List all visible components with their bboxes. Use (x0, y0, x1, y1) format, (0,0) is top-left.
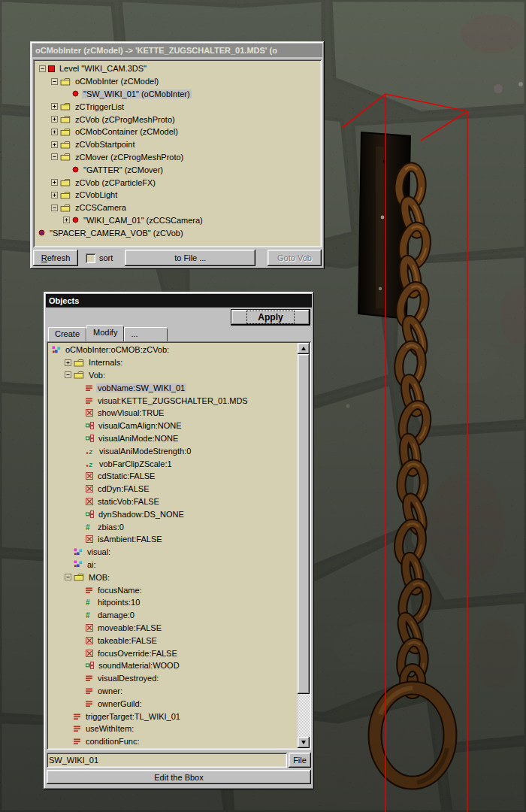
property-row[interactable]: cdDyn:FALSE (50, 483, 297, 495)
enum-icon (86, 435, 94, 442)
svg-text:#: # (86, 611, 90, 619)
scrollbar-thumb[interactable] (298, 354, 310, 694)
property-row[interactable]: vobName:SW_WIKI_01 (50, 381, 297, 394)
property-row[interactable]: ownerGuild: (50, 697, 297, 710)
property-row[interactable]: zvisualAniModeStrength:0 (50, 444, 297, 457)
expander-plus-icon[interactable] (50, 141, 59, 148)
property-row[interactable]: focusName: (50, 583, 297, 596)
tree-row[interactable]: zCVobLight (36, 189, 320, 201)
property-row[interactable]: isAmbient:FALSE (50, 533, 297, 546)
tree-window-titlebar[interactable]: oCMobInter (zCModel) -> 'KETTE_ZUGSCHALT… (32, 44, 322, 57)
tree-row[interactable]: oCMobContainer (zCModel) (36, 126, 320, 138)
property-row[interactable]: ai: (50, 559, 297, 571)
property-row[interactable]: cdStatic:FALSE (50, 470, 297, 483)
property-row[interactable]: staticVob:FALSE (50, 495, 297, 508)
folder-icon (74, 573, 84, 581)
expander-minus-icon[interactable] (50, 153, 59, 160)
property-row[interactable]: moveable:FALSE (50, 622, 297, 635)
tab-create[interactable]: Create (48, 327, 86, 341)
property-row[interactable]: soundMaterial:WOOD (50, 659, 297, 672)
vertical-scrollbar[interactable] (298, 343, 310, 748)
property-row-label: Internals: (87, 358, 124, 367)
tab-more[interactable]: ... (124, 327, 168, 341)
property-row[interactable]: visual:KETTE_ZUGSCHALTER_01.MDS (50, 394, 297, 407)
tree-row[interactable]: zCVob (zCProgMeshProto) (36, 113, 320, 126)
edit-bbox-button[interactable]: Edit the Bbox (47, 770, 311, 784)
property-row[interactable]: owner: (50, 685, 297, 698)
expander-minus-icon[interactable] (50, 205, 59, 211)
property-row[interactable]: focusOverride:FALSE (50, 647, 297, 659)
tree-row[interactable]: zCMover (zCProgMeshProto) (36, 151, 320, 164)
down-arrow-icon (301, 741, 306, 744)
tree-row[interactable]: "GATTER" (zCMover) (36, 163, 320, 176)
property-row[interactable]: Vob: (50, 369, 297, 382)
expander-plus-icon[interactable] (63, 359, 73, 366)
tree-row[interactable]: zCCSCamera (36, 201, 320, 214)
property-row[interactable]: oCMobInter:oCMOB:zCVob: (50, 344, 297, 356)
property-row[interactable]: dynShadow:DS_NONE (50, 508, 297, 520)
property-row-label: visualCamAlign:NONE (97, 421, 183, 430)
tree-row[interactable]: zCVob (zCParticleFX) (36, 176, 320, 189)
scroll-down-button[interactable] (298, 737, 310, 748)
expander-plus-icon[interactable] (50, 129, 59, 135)
property-row[interactable]: visualDestroyed: (50, 672, 297, 685)
sort-checkbox[interactable] (86, 253, 95, 263)
file-button[interactable]: File (289, 753, 311, 768)
tree-row[interactable]: oCMobInter (zCModel) (36, 75, 320, 88)
tree-row-label: "SPACER_CAMERA_VOB" (zCVob) (48, 229, 185, 238)
property-row-label: dynShadow:DS_NONE (97, 510, 186, 519)
vob-name-input[interactable] (47, 753, 287, 768)
property-row[interactable]: MOB: (50, 571, 297, 583)
tree-row[interactable]: "WIKI_CAM_01" (zCCSCamera) (36, 214, 320, 227)
string-icon (86, 687, 93, 695)
property-row-label: ownerGuild: (96, 699, 144, 708)
objects-window-titlebar[interactable]: Objects (46, 294, 312, 308)
refresh-button[interactable]: Refresh (33, 250, 78, 266)
property-row[interactable]: useWithItem: (50, 723, 297, 735)
expander-plus-icon[interactable] (50, 179, 59, 186)
property-row[interactable]: takeable:FALSE (50, 634, 297, 647)
property-row[interactable]: #damage:0 (50, 609, 297, 622)
property-row[interactable]: visual: (50, 546, 297, 559)
tree-row-label: "SW_WIKI_01" (oCMobInter) (82, 89, 192, 98)
tree-row[interactable]: zCTriggerList (36, 100, 320, 113)
tree-row[interactable]: "SW_WIKI_01" (oCMobInter) (36, 88, 320, 101)
tab-modify[interactable]: Modify (86, 325, 124, 341)
expander-plus-icon[interactable] (50, 103, 59, 110)
property-row[interactable]: showVisual:TRUE (50, 407, 297, 420)
property-row-label: oCMobInter:oCMOB:zCVob: (64, 345, 171, 354)
property-row[interactable]: #zbias:0 (50, 520, 297, 533)
property-row[interactable]: visualAniMode:NONE (50, 432, 297, 445)
string-icon (74, 725, 81, 732)
scroll-up-button[interactable] (298, 343, 310, 354)
bool-icon (86, 485, 93, 492)
expander-minus-icon[interactable] (38, 65, 47, 72)
apply-button[interactable]: Apply (231, 309, 310, 326)
to-file-button[interactable]: to File ... (125, 250, 255, 266)
expander-plus-icon[interactable] (62, 217, 71, 223)
tree-row[interactable]: zCVobStartpoint (36, 138, 320, 151)
property-row[interactable]: visualCamAlign:NONE (50, 420, 297, 432)
goto-vob-button[interactable]: Goto Vob (268, 250, 322, 266)
property-row[interactable]: Internals: (50, 356, 297, 369)
name-input-row: File (47, 753, 311, 768)
vob-tree-window: oCMobInter (zCModel) -> 'KETTE_ZUGSCHALT… (30, 41, 325, 269)
tree-row[interactable]: Level "WIKI_CAM.3DS" (36, 62, 320, 75)
tree-row-label: zCVobStartpoint (74, 140, 137, 149)
property-row[interactable]: conditionFunc: (50, 735, 297, 748)
property-row[interactable]: zvobFarClipZScale:1 (50, 457, 297, 470)
bool-icon (86, 535, 93, 543)
property-row[interactable]: triggerTarget:TL_WIKI_01 (50, 710, 297, 723)
property-row-label: visual: (86, 547, 112, 556)
expander-minus-icon[interactable] (50, 78, 59, 85)
property-panel: oCMobInter:oCMOB:zCVob:Internals:Vob:vob… (47, 341, 311, 750)
expander-minus-icon[interactable] (63, 574, 73, 580)
expander-plus-icon[interactable] (50, 116, 59, 123)
tree-row[interactable]: "SPACER_CAMERA_VOB" (zCVob) (36, 226, 320, 239)
apply-button-label: Apply (247, 311, 293, 323)
expander-minus-icon[interactable] (63, 371, 73, 378)
property-row[interactable]: #hitpoints:10 (50, 596, 297, 609)
property-row-label: takeable:FALSE (96, 636, 159, 645)
expander-plus-icon[interactable] (50, 192, 59, 198)
int-icon: # (86, 611, 93, 619)
